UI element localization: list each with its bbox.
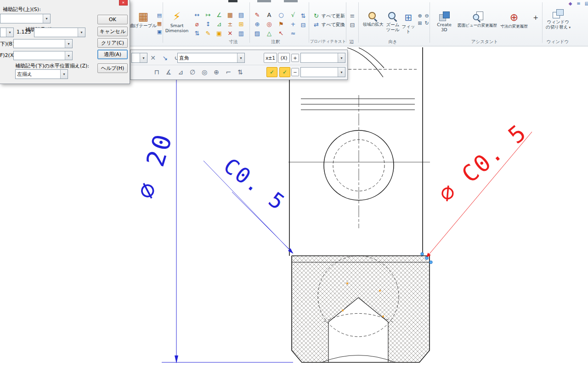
- dimension-value-toggle[interactable]: ✓: [266, 67, 277, 77]
- diameter-dimension[interactable]: ∅ 20: [131, 79, 293, 363]
- chevron-down-icon[interactable]: [43, 14, 50, 23]
- selected-note-text[interactable]: ∅ C0. 5: [433, 119, 532, 208]
- chevron-down-icon[interactable]: [338, 53, 345, 62]
- balloon-icon[interactable]: ○: [276, 10, 287, 19]
- edge-hide-icon[interactable]: ⊟: [348, 20, 357, 29]
- datum-target-icon[interactable]: ⊕: [211, 67, 221, 77]
- dimension-text-icon[interactable]: ✎: [203, 28, 214, 38]
- symmetric-dimension-icon[interactable]: ±: [225, 19, 236, 28]
- center-mark-icon[interactable]: +: [288, 19, 299, 28]
- selected-chamfer-note[interactable]: ∅ C0. 5: [426, 119, 532, 258]
- weld-symbol-icon[interactable]: ⚑: [276, 19, 287, 28]
- tolerance-upper-select[interactable]: [300, 53, 345, 63]
- aux-top-select[interactable]: [0, 14, 51, 23]
- chamfer-note[interactable]: C0. 5: [204, 153, 293, 254]
- flip-leader-icon[interactable]: ↘: [160, 53, 170, 63]
- chevron-down-icon[interactable]: [60, 70, 68, 79]
- aux-back-select[interactable]: [34, 28, 85, 37]
- text-icon[interactable]: A: [264, 10, 275, 19]
- angle-dimension-icon[interactable]: ∠: [214, 10, 225, 19]
- close-icon: ✕: [122, 1, 125, 5]
- app-logo-icon[interactable]: ◆: [567, 0, 574, 7]
- baseline-dimension-icon[interactable]: ↦: [203, 10, 214, 19]
- angle-mode-select[interactable]: 直角: [177, 53, 245, 63]
- chevron-down-icon[interactable]: [6, 28, 13, 37]
- dimension-update-icon[interactable]: ▥: [236, 28, 247, 38]
- clear-button[interactable]: クリア(C): [97, 38, 128, 48]
- close-button[interactable]: ✕: [119, 0, 128, 6]
- ordinate-dimension-icon[interactable]: ⇅: [192, 28, 203, 38]
- diameter-dimension-text[interactable]: ∅ 20: [131, 130, 178, 202]
- arrow-position-icon[interactable]: ⇅: [235, 67, 245, 77]
- bend-table-button[interactable]: ▦ 曲げテーブル: [130, 10, 157, 28]
- aux-front-select-stub[interactable]: [0, 28, 14, 37]
- ok-button[interactable]: OK: [97, 15, 128, 24]
- note-icon[interactable]: ✎: [252, 10, 263, 19]
- sample-value: 1.123: [17, 29, 31, 35]
- flip-annotation-icon[interactable]: ⇅: [299, 11, 308, 20]
- align-select[interactable]: 左揃え: [15, 69, 68, 79]
- add-row-button[interactable]: +: [291, 54, 299, 62]
- cancel-button[interactable]: キャンセル: [97, 27, 128, 36]
- zoom-area-icon: [368, 11, 379, 22]
- tolerance-lower-select[interactable]: [300, 67, 345, 77]
- dimension-table-icon[interactable]: ▦: [225, 10, 236, 19]
- datum-icon[interactable]: ⊕: [252, 19, 263, 28]
- zoom-tool-button[interactable]: ズーム ツール: [385, 11, 401, 32]
- minimize-ribbon-icon[interactable]: ▤: [583, 0, 588, 7]
- assistant-extra-button[interactable]: +: [531, 13, 540, 22]
- chevron-down-icon[interactable]: [338, 68, 345, 77]
- tolerance-icon[interactable]: ⊞: [236, 19, 247, 28]
- vertical-dimension-icon[interactable]: ↕: [203, 19, 214, 28]
- chamfer-dimension-icon[interactable]: ⊿: [214, 19, 225, 28]
- aux-front2-select[interactable]: [13, 51, 73, 60]
- chevron-down-icon[interactable]: [237, 53, 244, 62]
- chevron-down-icon[interactable]: [65, 51, 72, 60]
- auto-dimension-icon[interactable]: ▣: [214, 28, 225, 38]
- delete-dimension-icon[interactable]: ✕: [148, 53, 158, 63]
- zoom-area-button[interactable]: 領域の拡大: [361, 11, 385, 27]
- style-select-stub[interactable]: [131, 53, 147, 63]
- section-hatch[interactable]: [292, 256, 430, 362]
- chevron-down-icon[interactable]: [140, 53, 147, 62]
- edge-show-icon[interactable]: ≡: [348, 11, 357, 20]
- update-all-button[interactable]: ↻ すべて更新: [313, 12, 345, 19]
- create-3d-button[interactable]: Create 3D: [434, 11, 455, 32]
- dimension-delete-icon[interactable]: ✕: [225, 28, 236, 38]
- remove-row-button[interactable]: −: [291, 68, 299, 76]
- zoom-in-icon[interactable]: ⊕: [416, 12, 424, 19]
- view-history-button[interactable]: 図面ビューの変更履歴: [457, 11, 498, 28]
- chamfer-note-text[interactable]: C0. 5: [219, 153, 290, 215]
- diameter-symbol-icon[interactable]: ∅: [187, 67, 198, 77]
- quick-access-icon[interactable]: ≡: [575, 0, 582, 7]
- hatch-icon[interactable]: ▨: [252, 28, 263, 38]
- surface-finish-icon[interactable]: √: [288, 10, 299, 19]
- leader-bend-icon[interactable]: ⌐: [223, 67, 233, 77]
- edge-annotation-icon[interactable]: ⊟: [299, 20, 308, 29]
- leader-icon[interactable]: ↖: [276, 28, 287, 38]
- convert-all-button[interactable]: ⇄ すべて変換: [313, 21, 345, 28]
- dimension-line-style-icon[interactable]: ⊓: [152, 67, 162, 77]
- circled-x-button[interactable]: (X): [278, 53, 290, 63]
- x-plus-minus-button[interactable]: x±1: [264, 53, 277, 63]
- chevron-down-icon[interactable]: [78, 28, 85, 37]
- apply-button[interactable]: 適用(A): [97, 50, 128, 59]
- hole-table-icon[interactable]: ▤: [236, 10, 247, 19]
- chevron-down-icon[interactable]: [65, 39, 72, 48]
- diameter-dimension-icon[interactable]: ⌀: [192, 19, 203, 28]
- angle-style-icon[interactable]: ∡: [164, 67, 174, 77]
- dim-history-button[interactable]: ⊕ 寸法の変更履歴: [498, 11, 530, 29]
- smart-dimension-button[interactable]: ⚡ Smart Dimension: [164, 10, 190, 33]
- pan-icon[interactable]: ⊞: [416, 19, 424, 27]
- concentric-icon[interactable]: ◎: [199, 67, 209, 77]
- linear-dimension-icon[interactable]: ↔: [192, 10, 203, 19]
- aux-bottom-select[interactable]: [13, 39, 73, 48]
- revision-symbol-icon[interactable]: △: [264, 28, 275, 38]
- help-button[interactable]: ヘルプ(H): [97, 63, 128, 73]
- chamfer-style-icon[interactable]: ⊿: [175, 67, 186, 77]
- wave-symbol-icon[interactable]: ≈: [288, 28, 299, 38]
- geometric-tolerance-icon[interactable]: ◎: [264, 19, 275, 28]
- dimension-text-toggle[interactable]: ✓: [279, 67, 290, 77]
- window-switch-button[interactable]: ウィンドウ の切り替え ▾: [545, 9, 571, 30]
- fit-button[interactable]: ⊞ フィット: [401, 11, 416, 34]
